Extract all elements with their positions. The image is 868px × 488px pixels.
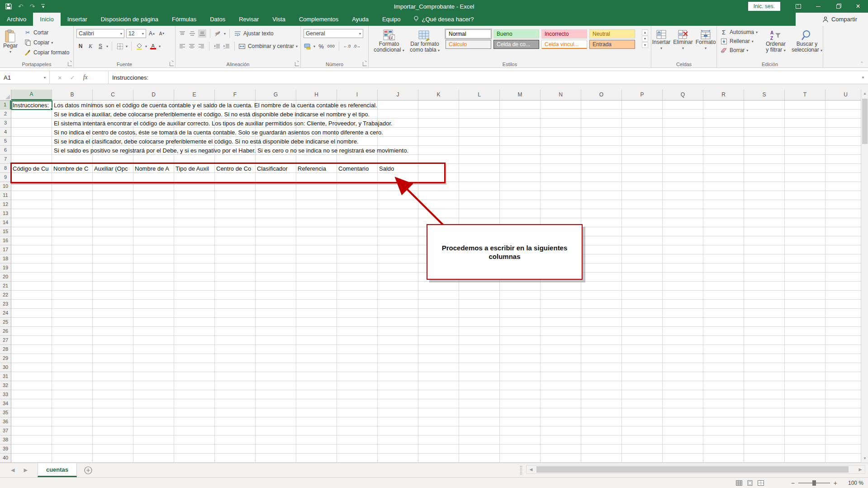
align-right-icon[interactable] — [198, 42, 205, 50]
row-header-36[interactable]: 36 — [0, 417, 11, 426]
cell-style-chip[interactable]: Incorrecto — [541, 29, 587, 38]
row-header-9[interactable]: 9 — [0, 173, 11, 182]
close-button[interactable]: × — [848, 0, 868, 13]
row-header-14[interactable]: 14 — [0, 218, 11, 227]
tab-scroll-splitter[interactable] — [520, 466, 522, 475]
row-header-31[interactable]: 31 — [0, 372, 11, 381]
chevron-down-icon[interactable]: ▾ — [145, 44, 147, 48]
cancel-icon[interactable]: × — [58, 74, 62, 81]
borders-icon[interactable] — [116, 42, 124, 50]
fill-color-icon[interactable] — [135, 42, 143, 50]
column-header-u[interactable]: U — [825, 90, 861, 100]
tab-inicio[interactable]: Inicio — [33, 13, 60, 26]
cell-style-chip[interactable]: Bueno — [493, 29, 539, 38]
tab-equipo[interactable]: Equipo — [375, 13, 407, 26]
cell-style-chip[interactable]: Entrada — [589, 40, 635, 49]
column-header-q[interactable]: Q — [663, 90, 703, 100]
font-color-icon[interactable]: A — [149, 42, 157, 50]
row8-header-8[interactable]: Referencia — [298, 165, 337, 173]
conditional-formatting-button[interactable]: ≠ Formato condicional ▾ — [374, 28, 404, 53]
align-center-icon[interactable] — [188, 42, 195, 50]
row-header-17[interactable]: 17 — [0, 245, 11, 254]
gallery-up-icon[interactable]: ▲ — [642, 29, 648, 35]
sort-filter-button[interactable]: AZ Ordenar y filtrar ▾ — [762, 28, 789, 55]
dialog-launcher-icon[interactable] — [363, 62, 367, 66]
column-header-g[interactable]: G — [256, 90, 296, 100]
restore-button[interactable] — [828, 0, 848, 13]
zoom-slider[interactable] — [798, 483, 830, 483]
row-header-11[interactable]: 11 — [0, 191, 11, 200]
page-layout-view-icon[interactable] — [747, 480, 753, 486]
expand-formula-bar-icon[interactable]: ▾ — [858, 71, 868, 84]
column-header-r[interactable]: R — [703, 90, 744, 100]
delete-cells-button[interactable]: Eliminar ▾ — [673, 28, 693, 51]
row8-header-9[interactable]: Comentario — [338, 165, 377, 173]
new-sheet-button[interactable] — [77, 463, 100, 477]
tab-ayuda[interactable]: Ayuda — [345, 13, 375, 26]
column-header-t[interactable]: T — [785, 90, 825, 100]
row-header-37[interactable]: 37 — [0, 426, 11, 435]
row-header-8[interactable]: 8 — [0, 164, 11, 173]
column-header-n[interactable]: N — [541, 90, 581, 100]
autosum-button[interactable]: Σ Autosuma ▾ — [717, 28, 760, 37]
row8-header-6[interactable]: Centro de Co — [216, 165, 255, 173]
row8-header-1[interactable]: Código de Cu — [13, 165, 52, 173]
decrease-decimal-icon[interactable]: .0→ — [353, 42, 361, 50]
tab-insertar[interactable]: Insertar — [61, 13, 94, 26]
ribbon-display-options-icon[interactable] — [788, 0, 808, 13]
column-header-j[interactable]: J — [378, 90, 418, 100]
vertical-scroll-thumb[interactable] — [862, 99, 868, 144]
column-header-m[interactable]: M — [500, 90, 541, 100]
increase-indent-icon[interactable] — [223, 42, 230, 50]
row8-header-4[interactable]: Nombre de A — [135, 165, 174, 173]
row-header-24[interactable]: 24 — [0, 309, 11, 318]
tab-archivo[interactable]: Archivo — [0, 13, 33, 26]
column-header-o[interactable]: O — [581, 90, 622, 100]
row-header-25[interactable]: 25 — [0, 318, 11, 327]
row-header-33[interactable]: 33 — [0, 390, 11, 399]
tell-me-box[interactable]: ¿Qué desea hacer? — [407, 13, 480, 26]
row-header-5[interactable]: 5 — [0, 137, 11, 146]
number-format-combo[interactable]: General▾ — [304, 29, 363, 38]
row-header-26[interactable]: 26 — [0, 327, 11, 336]
row8-header-3[interactable]: Auxiliar (Opc — [94, 165, 133, 173]
tab-revisar[interactable]: Revisar — [232, 13, 266, 26]
column-header-h[interactable]: H — [296, 90, 337, 100]
zoom-slider-thumb[interactable] — [812, 480, 816, 486]
row-header-4[interactable]: 4 — [0, 128, 11, 137]
tab-complementos[interactable]: Complementos — [292, 13, 345, 26]
font-size-combo[interactable]: 12▾ — [126, 29, 146, 38]
cell-a1[interactable]: Instrucciones: — [13, 101, 52, 110]
column-header-e[interactable]: E — [174, 90, 215, 100]
insert-function-icon[interactable]: fx — [83, 74, 88, 81]
tab-datos[interactable]: Datos — [203, 13, 232, 26]
row-header-30[interactable]: 30 — [0, 363, 11, 372]
cell-style-chip[interactable]: Normal — [446, 29, 491, 38]
column-header-a[interactable]: A — [11, 90, 52, 100]
orientation-icon[interactable]: ab — [214, 29, 222, 38]
normal-view-icon[interactable] — [736, 480, 742, 486]
select-all-corner[interactable] — [0, 90, 11, 100]
row-header-28[interactable]: 28 — [0, 345, 11, 354]
page-break-view-icon[interactable] — [758, 480, 764, 486]
column-header-c[interactable]: C — [93, 90, 133, 100]
row-header-34[interactable]: 34 — [0, 399, 11, 408]
horizontal-scroll-thumb[interactable] — [536, 466, 849, 473]
column-header-l[interactable]: L — [459, 90, 500, 100]
name-box[interactable]: A1 ▾ — [0, 71, 50, 84]
row-header-13[interactable]: 13 — [0, 209, 11, 218]
fill-button[interactable]: Rellenar ▾ — [717, 37, 760, 46]
format-painter-button[interactable]: Copiar formato — [21, 48, 72, 57]
vertical-scrollbar[interactable]: ▲ ▼ — [861, 90, 868, 463]
increase-decimal-icon[interactable]: ←.0 — [343, 42, 351, 50]
tab-formulas[interactable]: Fórmulas — [165, 13, 203, 26]
cell-style-chip[interactable]: Neutral — [589, 29, 635, 38]
chevron-down-icon[interactable]: ▾ — [296, 44, 298, 48]
row-header-23[interactable]: 23 — [0, 300, 11, 309]
insert-cells-button[interactable]: Insertar ▾ — [652, 28, 671, 51]
cell-style-chip[interactable]: Cálculo — [446, 40, 491, 49]
column-header-p[interactable]: P — [622, 90, 663, 100]
chevron-down-icon[interactable]: ▾ — [313, 44, 315, 48]
row-header-39[interactable]: 39 — [0, 445, 11, 454]
merge-center-icon[interactable] — [238, 42, 246, 50]
